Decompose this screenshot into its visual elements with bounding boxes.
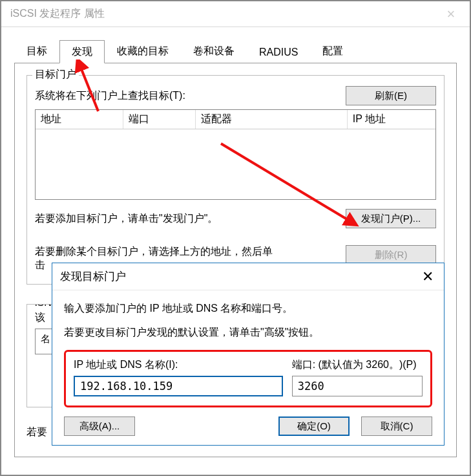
dialog-close-icon[interactable]: ✕ xyxy=(419,268,436,285)
ok-button[interactable]: 确定(O) xyxy=(278,416,350,436)
col-address[interactable]: 地址 xyxy=(36,110,123,129)
discover-portal-dialog: 发现目标门户 ✕ 输入要添加门户的 IP 地址或 DNS 名称和端口号。 若要更… xyxy=(52,263,445,446)
cancel-button[interactable]: 取消(C) xyxy=(361,416,432,436)
port-input[interactable] xyxy=(292,376,423,396)
port-label: 端口: (默认值为 3260。)(P) xyxy=(292,358,423,372)
annotation-highlight-box: IP 地址或 DNS 名称(I): 端口: (默认值为 3260。)(P) xyxy=(64,350,432,407)
tab-discovery[interactable]: 发现 xyxy=(59,40,105,63)
tab-radius[interactable]: RADIUS xyxy=(247,41,310,63)
portals-instruction: 系统将在下列门户上查找目标(T): xyxy=(35,89,339,103)
ip-input[interactable] xyxy=(74,376,283,396)
tab-favorites[interactable]: 收藏的目标 xyxy=(105,39,181,63)
dialog-title: 发现目标门户 xyxy=(60,269,126,284)
window-close-icon[interactable]: × xyxy=(441,6,461,23)
portals-table[interactable]: 地址 端口 适配器 IP 地址 xyxy=(35,109,436,200)
col-adapter[interactable]: 适配器 xyxy=(196,110,348,129)
tab-strip: 目标 发现 收藏的目标 卷和设备 RADIUS 配置 xyxy=(1,27,470,63)
tab-config[interactable]: 配置 xyxy=(310,39,355,63)
window-title: iSCSI 发起程序 属性 xyxy=(10,7,105,21)
dialog-instruction-2: 若要更改目标门户发现的默认设置，请单击"高级"按钮。 xyxy=(64,326,432,340)
tab-targets[interactable]: 目标 xyxy=(14,39,59,63)
portals-table-head: 地址 端口 适配器 IP 地址 xyxy=(36,110,435,129)
dialog-instruction-1: 输入要添加门户的 IP 地址或 DNS 名称和端口号。 xyxy=(64,302,432,316)
main-window-titlebar: iSCSI 发起程序 属性 × xyxy=(1,1,470,27)
advanced-button[interactable]: 高级(A)... xyxy=(64,416,135,436)
refresh-button[interactable]: 刷新(E) xyxy=(346,86,436,105)
bottom-hint: 若要 xyxy=(26,426,47,439)
isns-name-col: 名 xyxy=(41,333,50,344)
ip-label: IP 地址或 DNS 名称(I): xyxy=(74,358,283,372)
col-port[interactable]: 端口 xyxy=(123,110,195,129)
tab-volumes[interactable]: 卷和设备 xyxy=(181,39,247,63)
add-portal-text: 若要添加目标门户，请单击"发现门户"。 xyxy=(35,212,339,226)
remove-portal-button: 删除(R) xyxy=(346,245,436,265)
discover-portal-button[interactable]: 发现门户(P)... xyxy=(346,209,436,228)
portals-table-body[interactable] xyxy=(36,129,435,199)
isns-legend: iSN xyxy=(32,304,54,308)
group-target-portals: 目标门户 系统将在下列门户上查找目标(T): 刷新(E) 地址 端口 适配器 I… xyxy=(26,75,445,285)
col-ip[interactable]: IP 地址 xyxy=(348,110,435,129)
dialog-titlebar: 发现目标门户 ✕ xyxy=(52,263,444,290)
group-legend-portals: 目标门户 xyxy=(32,68,79,81)
